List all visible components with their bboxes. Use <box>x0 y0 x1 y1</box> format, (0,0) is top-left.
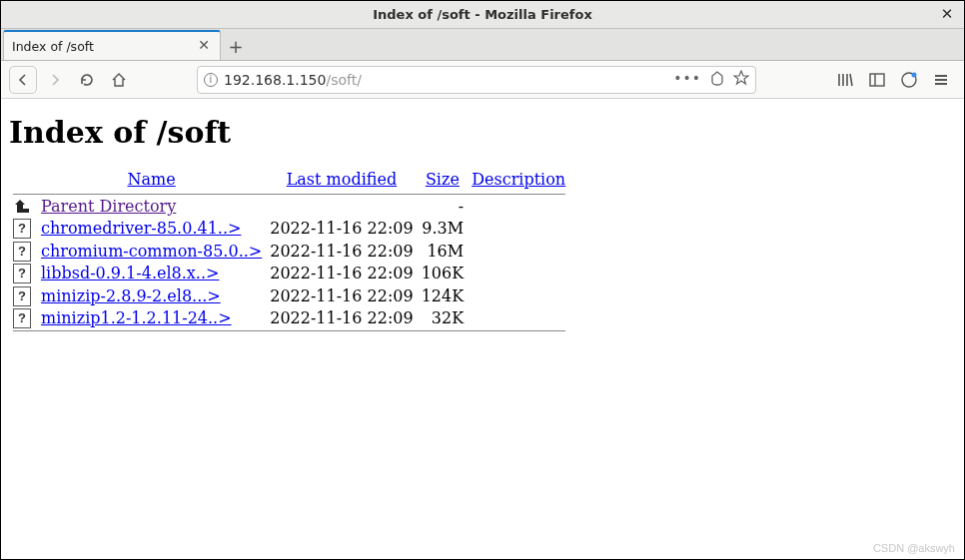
file-link[interactable]: minizip-2.8.9-2.el8...> <box>41 286 221 305</box>
sidebar-button[interactable] <box>866 69 888 91</box>
sidebar-icon <box>868 71 886 89</box>
file-modified: 2022-11-16 22:09 <box>266 284 417 307</box>
site-info-icon[interactable]: i <box>204 73 218 87</box>
file-description <box>468 284 569 307</box>
header-rule <box>13 194 565 195</box>
library-icon <box>836 71 854 89</box>
directory-listing: Name Last modified Size Description Pare… <box>9 170 569 332</box>
url-text: 192.168.1.150/soft/ <box>224 72 667 88</box>
col-description: Description <box>468 170 569 193</box>
footer-rule <box>13 330 565 331</box>
tab-active[interactable]: Index of /soft ✕ <box>3 30 221 60</box>
extension-button[interactable] <box>898 69 920 91</box>
file-description <box>468 307 569 330</box>
svg-point-3 <box>912 72 917 77</box>
arrow-right-icon <box>47 72 63 88</box>
home-button[interactable] <box>105 66 133 94</box>
parent-directory-link[interactable]: Parent Directory <box>41 197 176 216</box>
file-icon <box>13 219 31 239</box>
sort-modified-link[interactable]: Last modified <box>287 170 397 189</box>
file-size: 32K <box>418 307 469 330</box>
page-actions-icon[interactable]: ••• <box>673 70 701 89</box>
sort-description-link[interactable]: Description <box>472 170 565 189</box>
file-size: 16M <box>418 240 469 263</box>
file-row: minizip-2.8.9-2.el8...>2022-11-16 22:091… <box>9 284 569 307</box>
hamburger-icon <box>932 71 950 89</box>
col-name: Name <box>37 170 266 193</box>
file-description <box>468 263 569 285</box>
file-row: chromium-common-85.0..>2022-11-16 22:091… <box>9 240 569 263</box>
file-modified: 2022-11-16 22:09 <box>266 263 417 285</box>
file-icon <box>13 242 31 262</box>
file-size: 106K <box>418 263 469 285</box>
table-header-row: Name Last modified Size Description <box>9 170 569 193</box>
file-description <box>468 240 569 263</box>
parent-size: - <box>418 196 469 218</box>
file-row: libbsd-0.9.1-4.el8.x..>2022-11-16 22:091… <box>9 263 569 285</box>
arrow-left-icon <box>15 72 31 88</box>
tab-strip: Index of /soft ✕ + <box>1 29 964 61</box>
col-modified: Last modified <box>266 170 417 193</box>
reload-button[interactable] <box>73 66 101 94</box>
file-modified: 2022-11-16 22:09 <box>266 307 417 330</box>
back-button[interactable] <box>9 66 37 94</box>
url-host: 192.168.1.150 <box>224 72 326 88</box>
file-icon <box>13 308 31 328</box>
file-modified: 2022-11-16 22:09 <box>266 218 417 241</box>
bookmark-star-icon[interactable] <box>733 70 749 89</box>
globe-icon <box>900 71 918 89</box>
reload-icon <box>79 72 95 88</box>
parent-modified <box>266 196 417 218</box>
window-titlebar: Index of /soft - Mozilla Firefox ✕ <box>1 1 964 29</box>
page-heading: Index of /soft <box>9 115 956 150</box>
file-size: 124K <box>418 284 469 307</box>
nav-toolbar: i 192.168.1.150/soft/ ••• <box>1 61 964 99</box>
file-link[interactable]: chromedriver-85.0.41..> <box>41 219 241 238</box>
file-icon <box>13 264 31 283</box>
col-size: Size <box>418 170 469 193</box>
file-row: chromedriver-85.0.41..>2022-11-16 22:099… <box>9 218 569 241</box>
reader-mode-icon[interactable] <box>709 70 725 89</box>
file-link[interactable]: minizip1.2-1.2.11-24..> <box>41 308 232 327</box>
watermark: CSDN @akswyh <box>873 542 955 554</box>
file-size: 9.3M <box>418 218 469 241</box>
library-button[interactable] <box>834 69 856 91</box>
forward-button <box>41 66 69 94</box>
new-tab-button[interactable]: + <box>221 32 251 60</box>
col-icon <box>9 170 37 193</box>
file-link[interactable]: chromium-common-85.0..> <box>41 242 262 261</box>
file-row: minizip1.2-1.2.11-24..>2022-11-16 22:093… <box>9 307 569 330</box>
parent-description <box>468 196 569 218</box>
sort-size-link[interactable]: Size <box>426 170 460 189</box>
sort-name-link[interactable]: Name <box>128 170 176 189</box>
svg-rect-0 <box>870 74 884 86</box>
home-icon <box>111 72 127 88</box>
file-modified: 2022-11-16 22:09 <box>266 240 417 263</box>
tab-close-icon[interactable]: ✕ <box>196 38 212 54</box>
tab-label: Index of /soft <box>12 39 196 54</box>
file-description <box>468 218 569 241</box>
window-title: Index of /soft - Mozilla Firefox <box>373 7 592 22</box>
file-link[interactable]: libbsd-0.9.1-4.el8.x..> <box>41 264 219 282</box>
url-bar[interactable]: i 192.168.1.150/soft/ ••• <box>197 66 756 94</box>
file-icon <box>13 286 31 306</box>
page-content: Index of /soft Name Last modified Size D… <box>1 99 964 342</box>
parent-dir-icon <box>13 199 33 217</box>
parent-directory-row: Parent Directory - <box>9 196 569 218</box>
window-close-button[interactable]: ✕ <box>938 5 956 23</box>
menu-button[interactable] <box>930 69 952 91</box>
url-path: /soft/ <box>326 72 361 88</box>
